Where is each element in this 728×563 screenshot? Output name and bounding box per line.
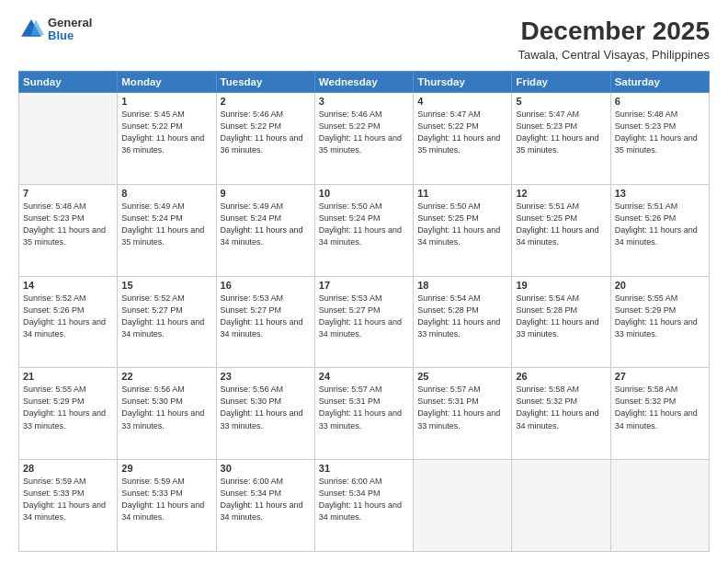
calendar-cell: 14 Sunrise: 5:52 AMSunset: 5:26 PMDaylig… xyxy=(19,276,118,368)
day-number: 17 xyxy=(319,280,409,291)
calendar-cell: 5 Sunrise: 5:47 AMSunset: 5:23 PMDayligh… xyxy=(512,93,610,185)
calendar-week-4: 21 Sunrise: 5:55 AMSunset: 5:29 PMDaylig… xyxy=(19,368,710,460)
days-header-row: SundayMondayTuesdayWednesdayThursdayFrid… xyxy=(19,72,710,93)
calendar-table: SundayMondayTuesdayWednesdayThursdayFrid… xyxy=(18,71,710,552)
calendar-cell: 21 Sunrise: 5:55 AMSunset: 5:29 PMDaylig… xyxy=(19,368,118,460)
calendar-cell: 7 Sunrise: 5:48 AMSunset: 5:23 PMDayligh… xyxy=(19,184,118,276)
calendar-cell: 18 Sunrise: 5:54 AMSunset: 5:28 PMDaylig… xyxy=(414,276,512,368)
calendar-cell: 20 Sunrise: 5:55 AMSunset: 5:29 PMDaylig… xyxy=(610,276,709,368)
calendar-header: SundayMondayTuesdayWednesdayThursdayFrid… xyxy=(19,72,710,93)
calendar-cell: 17 Sunrise: 5:53 AMSunset: 5:27 PMDaylig… xyxy=(314,276,413,368)
day-number: 29 xyxy=(121,463,211,474)
calendar-cell: 28 Sunrise: 5:59 AMSunset: 5:33 PMDaylig… xyxy=(19,460,118,552)
title-block: December 2025 Tawala, Central Visayas, P… xyxy=(518,17,710,62)
logo-text: General Blue xyxy=(48,17,92,43)
day-info: Sunrise: 5:49 AMSunset: 5:24 PMDaylight:… xyxy=(221,201,311,248)
calendar-cell: 19 Sunrise: 5:54 AMSunset: 5:28 PMDaylig… xyxy=(512,276,610,368)
day-number: 26 xyxy=(516,371,606,382)
day-header-thursday: Thursday xyxy=(414,72,512,93)
logo-general-label: General xyxy=(48,17,92,29)
calendar-cell xyxy=(610,460,709,552)
day-info: Sunrise: 5:53 AMSunset: 5:27 PMDaylight:… xyxy=(221,293,311,340)
day-info: Sunrise: 5:59 AMSunset: 5:33 PMDaylight:… xyxy=(23,476,113,523)
calendar-cell: 26 Sunrise: 5:58 AMSunset: 5:32 PMDaylig… xyxy=(512,368,610,460)
day-info: Sunrise: 5:52 AMSunset: 5:26 PMDaylight:… xyxy=(23,293,113,340)
calendar-cell: 1 Sunrise: 5:45 AMSunset: 5:22 PMDayligh… xyxy=(118,93,216,185)
page: General Blue December 2025 Tawala, Centr… xyxy=(0,0,728,563)
calendar-week-1: 1 Sunrise: 5:45 AMSunset: 5:22 PMDayligh… xyxy=(19,93,710,185)
day-info: Sunrise: 5:52 AMSunset: 5:27 PMDaylight:… xyxy=(121,293,211,340)
calendar-cell: 9 Sunrise: 5:49 AMSunset: 5:24 PMDayligh… xyxy=(216,184,314,276)
day-number: 2 xyxy=(221,96,311,107)
logo: General Blue xyxy=(18,17,92,43)
calendar-cell: 4 Sunrise: 5:47 AMSunset: 5:22 PMDayligh… xyxy=(414,93,512,185)
calendar-cell: 16 Sunrise: 5:53 AMSunset: 5:27 PMDaylig… xyxy=(216,276,314,368)
day-info: Sunrise: 5:57 AMSunset: 5:31 PMDaylight:… xyxy=(417,384,507,431)
calendar-cell: 2 Sunrise: 5:46 AMSunset: 5:22 PMDayligh… xyxy=(216,93,314,185)
calendar-cell: 15 Sunrise: 5:52 AMSunset: 5:27 PMDaylig… xyxy=(118,276,216,368)
day-info: Sunrise: 5:46 AMSunset: 5:22 PMDaylight:… xyxy=(319,109,409,156)
day-number: 1 xyxy=(121,96,211,107)
calendar-body: 1 Sunrise: 5:45 AMSunset: 5:22 PMDayligh… xyxy=(19,93,710,552)
day-number: 28 xyxy=(23,463,113,474)
day-number: 27 xyxy=(615,371,705,382)
day-info: Sunrise: 5:50 AMSunset: 5:24 PMDaylight:… xyxy=(319,201,409,248)
day-number: 30 xyxy=(221,463,311,474)
day-info: Sunrise: 5:51 AMSunset: 5:26 PMDaylight:… xyxy=(615,201,705,248)
day-number: 22 xyxy=(121,371,211,382)
calendar-cell: 12 Sunrise: 5:51 AMSunset: 5:25 PMDaylig… xyxy=(512,184,610,276)
calendar-cell: 8 Sunrise: 5:49 AMSunset: 5:24 PMDayligh… xyxy=(118,184,216,276)
calendar-cell xyxy=(512,460,610,552)
day-number: 6 xyxy=(615,96,705,107)
header: General Blue December 2025 Tawala, Centr… xyxy=(18,17,710,62)
day-info: Sunrise: 5:46 AMSunset: 5:22 PMDaylight:… xyxy=(221,109,311,156)
calendar-cell: 3 Sunrise: 5:46 AMSunset: 5:22 PMDayligh… xyxy=(314,93,413,185)
day-info: Sunrise: 5:54 AMSunset: 5:28 PMDaylight:… xyxy=(417,293,507,340)
day-number: 31 xyxy=(319,463,409,474)
day-info: Sunrise: 5:48 AMSunset: 5:23 PMDaylight:… xyxy=(23,201,113,248)
day-info: Sunrise: 5:59 AMSunset: 5:33 PMDaylight:… xyxy=(121,476,211,523)
day-number: 13 xyxy=(615,188,705,199)
day-number: 7 xyxy=(23,188,113,199)
calendar-cell: 23 Sunrise: 5:56 AMSunset: 5:30 PMDaylig… xyxy=(216,368,314,460)
subtitle: Tawala, Central Visayas, Philippines xyxy=(518,48,710,62)
day-info: Sunrise: 5:58 AMSunset: 5:32 PMDaylight:… xyxy=(516,384,606,431)
calendar-cell: 30 Sunrise: 6:00 AMSunset: 5:34 PMDaylig… xyxy=(216,460,314,552)
day-number: 3 xyxy=(319,96,409,107)
calendar-cell xyxy=(414,460,512,552)
day-info: Sunrise: 5:50 AMSunset: 5:25 PMDaylight:… xyxy=(417,201,507,248)
day-info: Sunrise: 5:58 AMSunset: 5:32 PMDaylight:… xyxy=(615,384,705,431)
day-info: Sunrise: 5:55 AMSunset: 5:29 PMDaylight:… xyxy=(615,293,705,340)
day-info: Sunrise: 5:57 AMSunset: 5:31 PMDaylight:… xyxy=(319,384,409,431)
day-number: 10 xyxy=(319,188,409,199)
day-number: 14 xyxy=(23,280,113,291)
day-info: Sunrise: 5:55 AMSunset: 5:29 PMDaylight:… xyxy=(23,384,113,431)
calendar-cell: 29 Sunrise: 5:59 AMSunset: 5:33 PMDaylig… xyxy=(118,460,216,552)
day-number: 23 xyxy=(221,371,311,382)
calendar-week-5: 28 Sunrise: 5:59 AMSunset: 5:33 PMDaylig… xyxy=(19,460,710,552)
day-info: Sunrise: 6:00 AMSunset: 5:34 PMDaylight:… xyxy=(319,476,409,523)
day-info: Sunrise: 5:51 AMSunset: 5:25 PMDaylight:… xyxy=(516,201,606,248)
day-info: Sunrise: 5:53 AMSunset: 5:27 PMDaylight:… xyxy=(319,293,409,340)
day-header-tuesday: Tuesday xyxy=(216,72,314,93)
day-number: 9 xyxy=(221,188,311,199)
day-number: 4 xyxy=(417,96,507,107)
calendar-week-2: 7 Sunrise: 5:48 AMSunset: 5:23 PMDayligh… xyxy=(19,184,710,276)
day-info: Sunrise: 5:49 AMSunset: 5:24 PMDaylight:… xyxy=(121,201,211,248)
logo-blue-label: Blue xyxy=(48,29,92,42)
day-number: 19 xyxy=(516,280,606,291)
day-header-sunday: Sunday xyxy=(19,72,118,93)
calendar-cell: 6 Sunrise: 5:48 AMSunset: 5:23 PMDayligh… xyxy=(610,93,709,185)
day-header-saturday: Saturday xyxy=(610,72,709,93)
day-info: Sunrise: 5:47 AMSunset: 5:22 PMDaylight:… xyxy=(417,109,507,156)
day-number: 8 xyxy=(121,188,211,199)
day-number: 24 xyxy=(319,371,409,382)
calendar-cell: 31 Sunrise: 6:00 AMSunset: 5:34 PMDaylig… xyxy=(314,460,413,552)
calendar-cell: 13 Sunrise: 5:51 AMSunset: 5:26 PMDaylig… xyxy=(610,184,709,276)
day-info: Sunrise: 5:56 AMSunset: 5:30 PMDaylight:… xyxy=(221,384,311,431)
calendar-cell: 10 Sunrise: 5:50 AMSunset: 5:24 PMDaylig… xyxy=(314,184,413,276)
day-number: 16 xyxy=(221,280,311,291)
day-number: 21 xyxy=(23,371,113,382)
calendar-week-3: 14 Sunrise: 5:52 AMSunset: 5:26 PMDaylig… xyxy=(19,276,710,368)
day-number: 18 xyxy=(417,280,507,291)
